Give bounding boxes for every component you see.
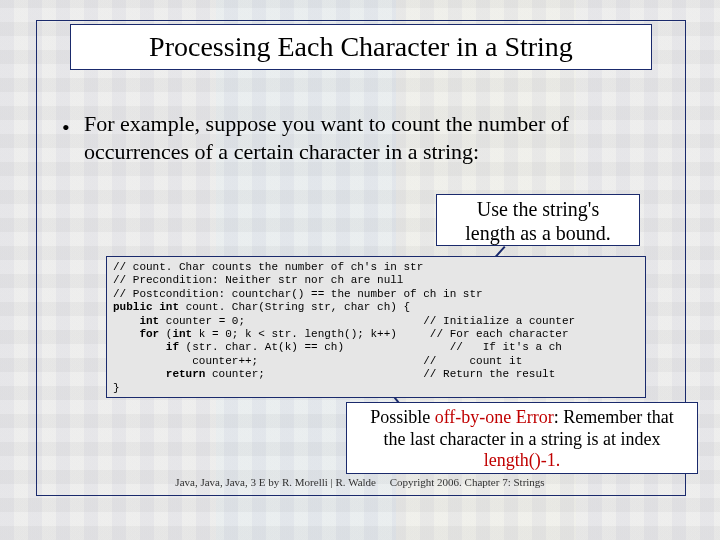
code-kw-int: int bbox=[159, 301, 179, 313]
slide-footer: Java, Java, Java, 3 E by R. Morelli | R.… bbox=[36, 476, 684, 488]
code-l6b: ( bbox=[159, 328, 172, 340]
code-l6-kw2: int bbox=[172, 328, 192, 340]
callout1-line2: length as a bound. bbox=[465, 222, 611, 244]
code-l5a bbox=[113, 315, 139, 327]
callout2-line1-red: off-by-one Error bbox=[435, 407, 554, 427]
bullet-dot-icon: • bbox=[62, 114, 70, 142]
slide-title: Processing Each Character in a String bbox=[70, 24, 652, 70]
code-l9a bbox=[113, 368, 166, 380]
code-l5-kw: int bbox=[139, 315, 159, 327]
code-l10: } bbox=[113, 382, 120, 394]
code-l9-kw: return bbox=[166, 368, 206, 380]
code-sig: count. Char(String str, char ch) { bbox=[179, 301, 410, 313]
callout1-line1: Use the string's bbox=[477, 198, 599, 220]
callout2-line1a: Possible bbox=[370, 407, 435, 427]
callout-off-by-one: Possible off-by-one Error: Remember that… bbox=[346, 402, 698, 474]
code-comment-3: // Postcondition: countchar() == the num… bbox=[113, 288, 483, 300]
callout-length-bound: Use the string's length as a bound. bbox=[436, 194, 640, 246]
slide-title-text: Processing Each Character in a String bbox=[149, 31, 573, 62]
code-kw-public: public bbox=[113, 301, 153, 313]
code-l5b: counter = 0; // Initialize a counter bbox=[159, 315, 575, 327]
code-l6a bbox=[113, 328, 139, 340]
code-comment-1: // count. Char counts the number of ch's… bbox=[113, 261, 423, 273]
code-l6c: k = 0; k < str. length(); k++) // For ea… bbox=[192, 328, 568, 340]
bullet-paragraph: • For example, suppose you want to count… bbox=[62, 110, 658, 165]
code-l7b: (str. char. At(k) == ch) // If it's a ch bbox=[179, 341, 562, 353]
code-l9b: counter; // Return the result bbox=[205, 368, 555, 380]
footer-right: Copyright 2006. Chapter 7: Strings bbox=[390, 476, 545, 488]
callout2-line2: the last character in a string is at ind… bbox=[384, 429, 661, 449]
slide-content: • For example, suppose you want to count… bbox=[36, 20, 684, 494]
code-l8: counter++; // count it bbox=[113, 355, 522, 367]
code-l6-kw: for bbox=[139, 328, 159, 340]
callout2-line1b: : Remember that bbox=[554, 407, 674, 427]
code-listing: // count. Char counts the number of ch's… bbox=[106, 256, 646, 398]
code-l7-kw: if bbox=[166, 341, 179, 353]
code-l7a bbox=[113, 341, 166, 353]
code-comment-2: // Precondition: Neither str nor ch are … bbox=[113, 274, 403, 286]
callout2-line3: length()-1. bbox=[484, 450, 560, 470]
bullet-text: For example, suppose you want to count t… bbox=[84, 110, 658, 165]
footer-left: Java, Java, Java, 3 E by R. Morelli | R.… bbox=[175, 476, 376, 488]
